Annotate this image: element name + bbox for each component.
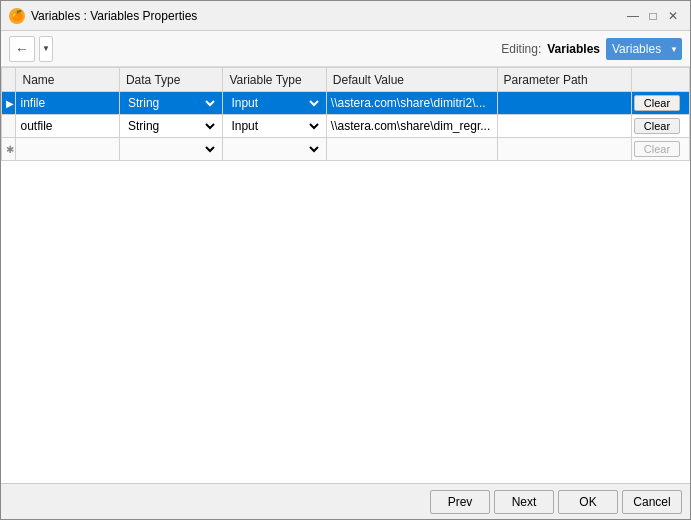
table-row: String Integer Float Boolean Date Input …: [2, 115, 690, 138]
vartype-cell-3[interactable]: Input Output: [223, 138, 326, 161]
name-input-2[interactable]: [20, 119, 114, 133]
vartype-select-2[interactable]: Input Output Local: [227, 117, 321, 135]
name-input-3[interactable]: [20, 142, 114, 156]
table-row: ✱ String Integer: [2, 138, 690, 161]
default-cell-3: [326, 138, 497, 161]
clear-cell-2: Clear: [632, 115, 690, 138]
editing-section: Editing: Variables Variables: [501, 38, 682, 60]
vartype-cell-2[interactable]: Input Output Local: [223, 115, 326, 138]
editing-value: Variables: [547, 42, 600, 56]
clear-cell-1: Clear: [632, 92, 690, 115]
variables-table: Name Data Type Variable Type Default Val…: [1, 67, 690, 161]
row-selector-2: [2, 115, 16, 138]
maximize-button[interactable]: □: [644, 7, 662, 25]
param-cell-1: [497, 92, 631, 115]
minimize-button[interactable]: —: [624, 7, 642, 25]
col-header-param: Parameter Path: [497, 68, 631, 92]
datatype-cell-2[interactable]: String Integer Float Boolean Date: [119, 115, 222, 138]
next-button[interactable]: Next: [494, 490, 554, 514]
datatype-cell-1[interactable]: String Integer Float Boolean Date: [119, 92, 222, 115]
name-cell-3[interactable]: [16, 138, 119, 161]
app-icon: 🍊: [9, 8, 25, 24]
col-header-default: Default Value: [326, 68, 497, 92]
ok-button[interactable]: OK: [558, 490, 618, 514]
close-button[interactable]: ✕: [664, 7, 682, 25]
clear-button-3[interactable]: Clear: [634, 141, 680, 157]
editing-dropdown[interactable]: Variables: [606, 38, 682, 60]
vartype-select-1[interactable]: Input Output Local: [227, 94, 321, 112]
clear-button-2[interactable]: Clear: [634, 118, 680, 134]
content-area: Name Data Type Variable Type Default Val…: [1, 67, 690, 483]
prev-button[interactable]: Prev: [430, 490, 490, 514]
vartype-select-3[interactable]: Input Output: [227, 140, 321, 158]
datatype-select-1[interactable]: String Integer Float Boolean Date: [124, 94, 218, 112]
editing-label: Editing:: [501, 42, 541, 56]
name-cell-2[interactable]: [16, 115, 119, 138]
toolbar: ← ▼ Editing: Variables Variables: [1, 31, 690, 67]
dropdown-arrow-button[interactable]: ▼: [39, 36, 53, 62]
datatype-select-3[interactable]: String Integer: [124, 140, 218, 158]
row-selector-3: ✱: [2, 138, 16, 161]
name-cell-1[interactable]: [16, 92, 119, 115]
footer: Prev Next OK Cancel: [1, 483, 690, 519]
clear-cell-3: Clear: [632, 138, 690, 161]
editing-dropdown-wrap: Variables: [606, 38, 682, 60]
datatype-cell-3[interactable]: String Integer: [119, 138, 222, 161]
col-header-clear: [632, 68, 690, 92]
vartype-cell-1[interactable]: Input Output Local: [223, 92, 326, 115]
datatype-select-2[interactable]: String Integer Float Boolean Date: [124, 117, 218, 135]
table-container: Name Data Type Variable Type Default Val…: [1, 67, 690, 483]
default-cell-1[interactable]: \\astera.com\share\dimitri2\...: [326, 92, 497, 115]
col-header-vartype: Variable Type: [223, 68, 326, 92]
window-controls: — □ ✕: [624, 7, 682, 25]
row-selector-1: ▶: [2, 92, 16, 115]
cancel-button[interactable]: Cancel: [622, 490, 682, 514]
main-window: 🍊 Variables : Variables Properties — □ ✕…: [0, 0, 691, 520]
clear-button-1[interactable]: Clear: [634, 95, 680, 111]
window-title: Variables : Variables Properties: [31, 9, 624, 23]
back-button[interactable]: ←: [9, 36, 35, 62]
name-input-1[interactable]: [20, 96, 114, 110]
param-cell-3: [497, 138, 631, 161]
col-header-datatype: Data Type: [119, 68, 222, 92]
title-bar: 🍊 Variables : Variables Properties — □ ✕: [1, 1, 690, 31]
param-cell-2: [497, 115, 631, 138]
col-header-name: Name: [16, 68, 119, 92]
default-cell-2[interactable]: \\astera.com\share\dim_regr...: [326, 115, 497, 138]
table-row: ▶ String Integer Float Boolean Date: [2, 92, 690, 115]
col-header-selector: [2, 68, 16, 92]
